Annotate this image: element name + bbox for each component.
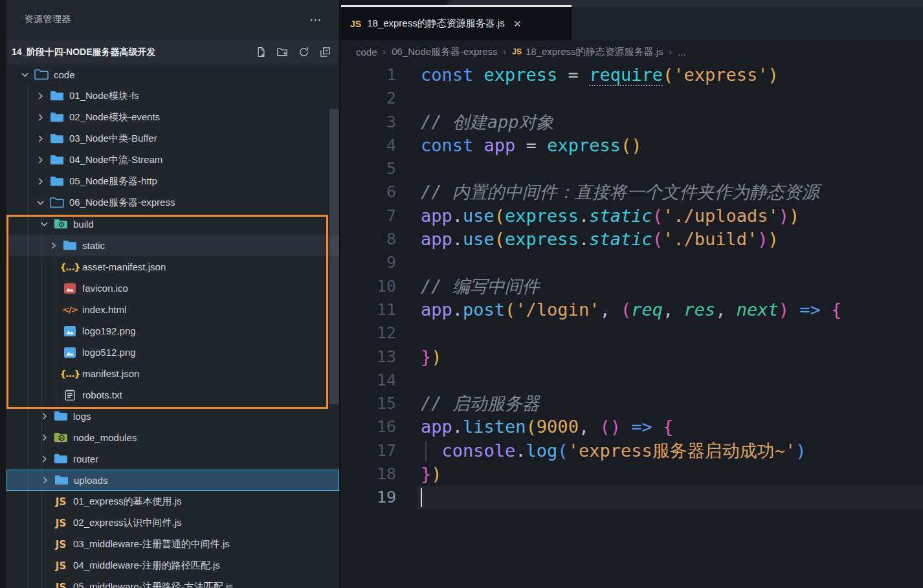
- line-number: 17: [340, 439, 396, 463]
- code-line-13[interactable]: 13}): [340, 345, 923, 369]
- file-tree: code01_Node模块-fs02_Node模块-events03_Node中…: [6, 64, 339, 588]
- chevron-down-icon[interactable]: [36, 219, 52, 230]
- tree-item-label: logo512.png: [82, 347, 136, 358]
- breadcrumb: code › 06_Node服务器-express › JS 18_expres…: [340, 40, 686, 63]
- tree-item-06-node-express[interactable]: 06_Node服务器-express: [6, 192, 339, 213]
- tree-item-logo192-png[interactable]: logo192.png: [6, 320, 339, 342]
- tree-item-label: 01_express的基本使用.js: [73, 495, 182, 508]
- js-file-icon: JS: [512, 47, 522, 56]
- breadcrumb-item-symbol[interactable]: ...: [678, 47, 686, 58]
- more-actions-icon[interactable]: ⋯: [309, 12, 322, 27]
- tree-item-02-node-events[interactable]: 02_Node模块-events: [6, 107, 339, 128]
- code-line-6[interactable]: 6// 内置的中间件：直接将一个文件夹作为静态资源: [340, 180, 923, 204]
- tree-item-04-node-stream[interactable]: 04_Node中流-Stream: [6, 149, 339, 171]
- tree-item-router[interactable]: router: [6, 448, 339, 470]
- chevron-right-icon[interactable]: [32, 155, 48, 166]
- code-line-11[interactable]: 11app.post('/login', (req, res, next) =>…: [340, 298, 923, 321]
- explorer-header: 资源管理器 ⋯: [6, 0, 339, 39]
- sidebar-scrollbar[interactable]: [329, 109, 339, 404]
- code-line-1[interactable]: 1const express = require('express'): [340, 63, 923, 87]
- code-line-9[interactable]: 9: [340, 251, 923, 274]
- image-blue-icon: [61, 346, 79, 359]
- tree-item-label: 04_Node中流-Stream: [69, 154, 162, 166]
- chevron-right-icon[interactable]: [32, 176, 48, 187]
- refresh-icon[interactable]: [297, 46, 310, 59]
- workspace-section-header[interactable]: 14_阶段十四-NODE服务器高级开发: [6, 40, 339, 64]
- breadcrumb-item-file[interactable]: 18_express的静态资源服务器.js: [526, 46, 663, 58]
- chevron-right-icon[interactable]: [32, 112, 48, 123]
- code-text: app.use(express.static('./uploads')): [421, 204, 799, 228]
- tab-active-file[interactable]: JS 18_express的静态资源服务器.js ×: [341, 5, 572, 40]
- tree-item-build[interactable]: build: [6, 213, 339, 235]
- line-number: 11: [340, 298, 396, 321]
- line-number: 13: [340, 345, 396, 369]
- tree-item-index-html[interactable]: </>index.html: [6, 299, 339, 320]
- tree-item-robots-txt[interactable]: robots.txt: [6, 384, 339, 406]
- svg-text:js: js: [60, 436, 63, 440]
- js-icon: JS: [52, 560, 70, 572]
- code-line-18[interactable]: 18}): [340, 463, 923, 486]
- txt-icon: [61, 389, 79, 402]
- collapse-all-icon[interactable]: [318, 46, 331, 59]
- code-line-5[interactable]: 5: [340, 157, 923, 180]
- js-icon: JS: [52, 582, 70, 588]
- js-icon: JS: [52, 496, 70, 508]
- code-line-3[interactable]: 3// 创建app对象: [340, 111, 923, 134]
- code-text: }): [421, 345, 442, 369]
- tree-item-01-express-js[interactable]: JS01_express的基本使用.js: [6, 491, 339, 512]
- chevron-right-icon[interactable]: [32, 91, 48, 102]
- code-line-15[interactable]: 15// 启动服务器: [340, 392, 923, 415]
- tree-item-favicon-ico[interactable]: favicon.ico: [6, 278, 339, 299]
- tree-item-label: 03_Node中类-Buffer: [69, 133, 157, 145]
- tree-item-02-express-js[interactable]: JS02_express认识中间件.js: [6, 512, 339, 534]
- code-line-17[interactable]: 17 console.log('express服务器启动成功~'): [340, 439, 923, 463]
- code-line-19[interactable]: 19: [340, 486, 923, 509]
- chevron-right-icon[interactable]: [37, 475, 52, 486]
- tree-item-node-modules[interactable]: jsnode_modules: [6, 427, 339, 448]
- tree-item-logs[interactable]: logs: [6, 406, 339, 427]
- tree-item-04-middleware-js[interactable]: JS04_middleware-注册的路径匹配.js: [6, 555, 339, 576]
- json-icon: {…}: [61, 262, 79, 272]
- chevron-right-icon[interactable]: [36, 411, 52, 422]
- breadcrumb-item-code[interactable]: code: [356, 47, 377, 58]
- code-line-14[interactable]: 14: [340, 369, 923, 392]
- code-line-10[interactable]: 10// 编写中间件: [340, 275, 923, 298]
- current-line-highlight: [417, 486, 923, 509]
- tree-item-03-node-buffer[interactable]: 03_Node中类-Buffer: [6, 128, 339, 149]
- tree-item-asset-manifest-json[interactable]: {…}asset-manifest.json: [6, 256, 339, 278]
- code-line-16[interactable]: 16app.listen(9000, () => {: [340, 415, 923, 439]
- new-folder-icon[interactable]: [276, 46, 289, 59]
- tree-item-static[interactable]: static: [6, 235, 339, 256]
- breadcrumb-item-folder[interactable]: 06_Node服务器-express: [392, 46, 497, 58]
- chevron-down-icon[interactable]: [17, 69, 32, 80]
- chevron-right-icon[interactable]: [36, 432, 52, 443]
- tree-item-code[interactable]: code: [6, 64, 339, 85]
- tree-item-05-middleware-js[interactable]: JS05_middleware-注册路径-方法匹配.js: [6, 576, 339, 588]
- tree-item-05-node-http[interactable]: 05_Node服务器-http: [6, 171, 339, 192]
- line-number: 9: [340, 251, 396, 274]
- tree-item-label: 01_Node模块-fs: [69, 90, 139, 102]
- close-icon[interactable]: ×: [514, 17, 521, 30]
- line-number: 16: [340, 415, 396, 439]
- chevron-down-icon[interactable]: [32, 197, 48, 208]
- chevron-right-icon[interactable]: [32, 133, 48, 144]
- tree-item-manifest-json[interactable]: {…}manifest.json: [6, 363, 339, 384]
- tree-item-logo512-png[interactable]: logo512.png: [6, 342, 339, 363]
- tree-item-label: code: [54, 69, 75, 80]
- code-line-12[interactable]: 12: [340, 321, 923, 345]
- chevron-right-icon[interactable]: [36, 453, 52, 464]
- tree-item-03-middleware-js[interactable]: JS03_middleware-注册普通的中间件.js: [6, 534, 339, 555]
- code-line-2[interactable]: 2: [340, 87, 923, 110]
- code-line-4[interactable]: 4const app = express(): [340, 134, 923, 157]
- code-line-7[interactable]: 7app.use(express.static('./uploads')): [340, 204, 923, 228]
- code-line-8[interactable]: 8app.use(express.static('./build')): [340, 228, 923, 251]
- tree-item-uploads[interactable]: uploads: [6, 470, 339, 491]
- code-text: // 创建app对象: [421, 111, 554, 134]
- tree-item-label: build: [73, 219, 94, 230]
- code-view[interactable]: 1const express = require('express')23// …: [340, 63, 923, 588]
- chevron-right-icon[interactable]: [45, 240, 61, 251]
- tree-item-01-node-fs[interactable]: 01_Node模块-fs: [6, 85, 339, 107]
- indent-guide: [28, 85, 28, 588]
- new-file-icon[interactable]: [254, 46, 267, 59]
- code-text: app.use(express.static('./build')): [421, 228, 779, 251]
